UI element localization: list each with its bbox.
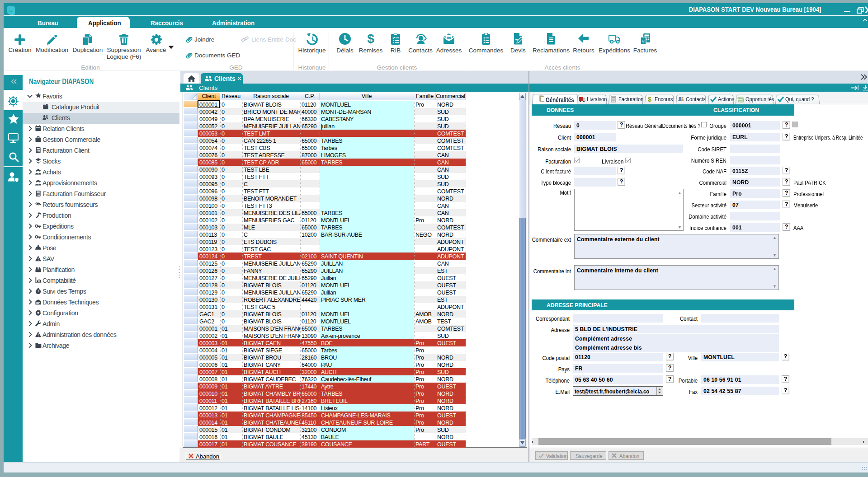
svg-text:$: $ [648, 96, 652, 103]
svg-text:€: € [642, 39, 644, 43]
svg-text:$: $ [367, 33, 374, 45]
